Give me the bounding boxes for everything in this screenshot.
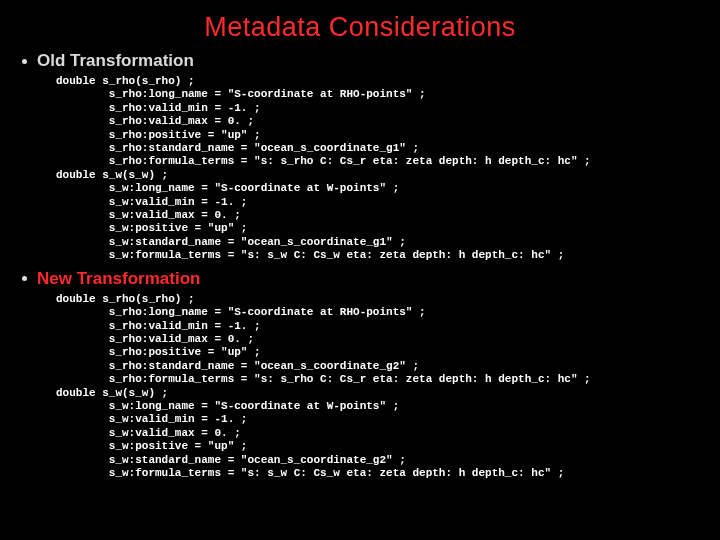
slide: Metadata Considerations Old Transformati… xyxy=(0,0,720,540)
section-heading-old: Old Transformation xyxy=(20,51,700,71)
page-title: Metadata Considerations xyxy=(20,12,700,43)
section-heading-new: New Transformation xyxy=(20,269,700,289)
bullet-icon xyxy=(22,276,27,281)
code-block-new: double s_rho(s_rho) ; s_rho:long_name = … xyxy=(56,293,700,481)
bullet-icon xyxy=(22,59,27,64)
section-label-old: Old Transformation xyxy=(37,51,194,71)
section-label-new: New Transformation xyxy=(37,269,200,289)
code-block-old: double s_rho(s_rho) ; s_rho:long_name = … xyxy=(56,75,700,263)
